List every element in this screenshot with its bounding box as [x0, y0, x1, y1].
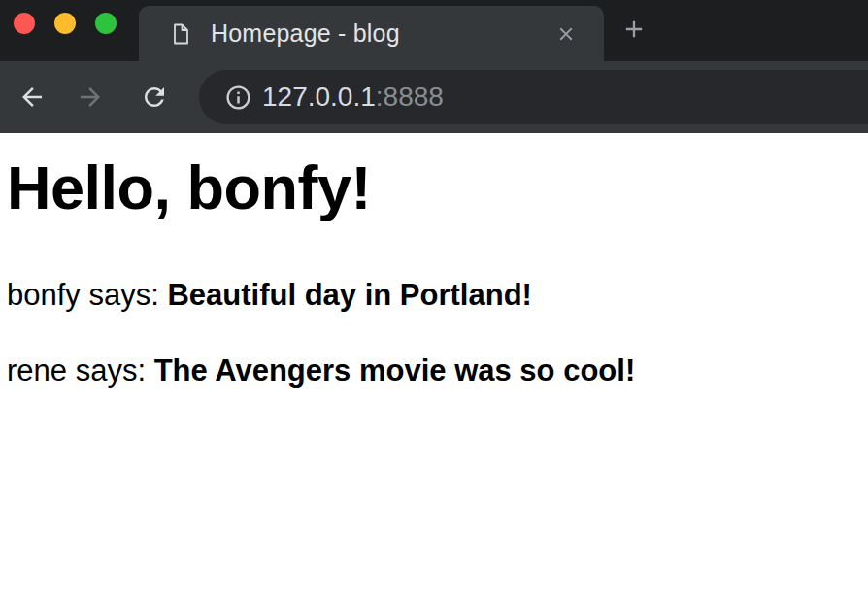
post-author: rene says: — [7, 354, 154, 388]
url-text: 127.0.0.1:8888 — [262, 82, 444, 113]
info-icon — [224, 84, 252, 112]
reload-icon — [140, 83, 169, 112]
forward-button[interactable] — [76, 83, 105, 112]
post-author: bonfy says: — [7, 278, 167, 312]
maximize-window-button[interactable] — [95, 13, 117, 34]
back-button[interactable] — [17, 83, 47, 112]
address-bar[interactable]: 127.0.0.1:8888 — [199, 70, 868, 124]
reload-button[interactable] — [140, 83, 169, 112]
tab-bar: Homepage - blog — [0, 0, 868, 61]
arrow-right-icon — [76, 83, 105, 112]
tab-homepage-blog[interactable]: Homepage - blog — [139, 6, 604, 61]
minimize-window-button[interactable] — [54, 13, 76, 34]
new-tab-button[interactable] — [620, 16, 648, 43]
tab-close-button[interactable] — [555, 23, 577, 45]
url-port: :8888 — [376, 82, 444, 112]
browser-toolbar: 127.0.0.1:8888 — [0, 61, 868, 133]
close-icon — [555, 23, 577, 45]
close-window-button[interactable] — [14, 13, 35, 34]
tab-title: Homepage - blog — [211, 19, 555, 48]
post-item: rene says: The Avengers movie was so coo… — [7, 354, 868, 389]
browser-window: Homepage - blog — [0, 0, 868, 612]
page-heading: Hello, bonfy! — [7, 153, 868, 222]
url-host: 127.0.0.1 — [262, 82, 376, 112]
post-message: Beautiful day in Portland! — [167, 278, 531, 312]
page-content: Hello, bonfy! bonfy says: Beautiful day … — [0, 133, 868, 612]
page-icon — [169, 22, 192, 46]
site-info-button[interactable] — [224, 84, 252, 112]
plus-icon — [620, 16, 648, 43]
arrow-left-icon — [17, 83, 47, 112]
post-message: The Avengers movie was so cool! — [154, 354, 636, 388]
traffic-lights — [14, 13, 117, 34]
post-item: bonfy says: Beautiful day in Portland! — [7, 278, 868, 313]
